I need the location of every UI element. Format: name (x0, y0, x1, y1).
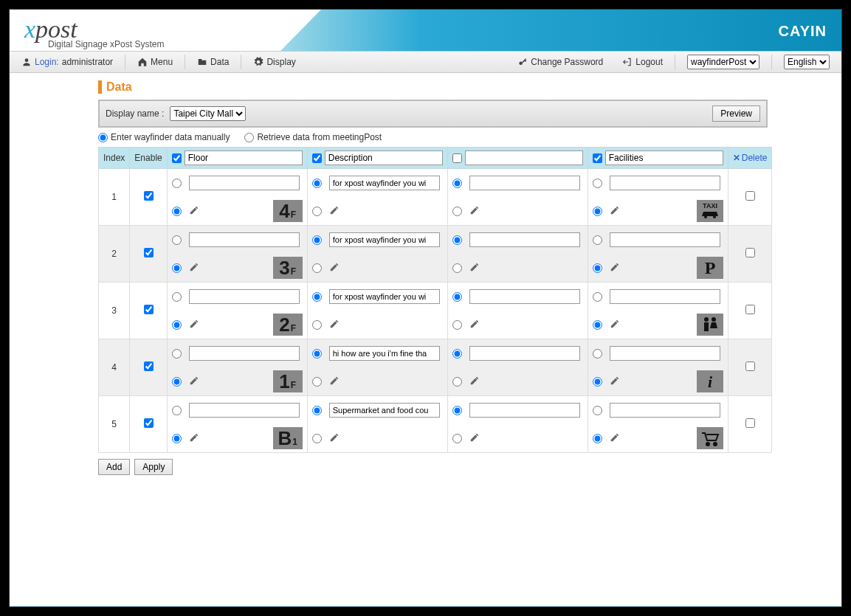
edit-icon[interactable] (329, 432, 340, 445)
image-radio[interactable] (452, 263, 462, 273)
edit-icon[interactable] (610, 376, 620, 388)
text-radio[interactable] (172, 349, 182, 359)
edit-icon[interactable] (329, 376, 340, 388)
facility-text-input[interactable] (610, 346, 720, 361)
image-radio[interactable] (312, 377, 322, 387)
nav-menu[interactable]: Menu (130, 51, 180, 73)
facility-text-input[interactable] (610, 289, 720, 304)
facility-text-input[interactable] (610, 232, 720, 247)
text-radio[interactable] (312, 292, 322, 302)
row-delete-check[interactable] (745, 305, 755, 314)
image-radio[interactable] (312, 320, 322, 330)
desc-text-input[interactable] (329, 289, 440, 304)
facility-text-input[interactable] (610, 403, 720, 418)
logout[interactable]: Logout (615, 51, 670, 73)
row-delete-check[interactable] (745, 248, 755, 257)
edit-icon[interactable] (189, 262, 199, 274)
floor-text-input[interactable] (189, 403, 300, 418)
edit-icon[interactable] (469, 376, 480, 388)
row-enable[interactable] (144, 361, 154, 371)
floor-text-input[interactable] (189, 289, 300, 304)
text-radio[interactable] (593, 406, 602, 415)
text-radio[interactable] (593, 292, 602, 302)
image-radio[interactable] (172, 377, 182, 387)
col3-text-input[interactable] (469, 403, 580, 418)
image-radio[interactable] (312, 207, 322, 216)
image-radio[interactable] (172, 434, 182, 443)
edit-icon[interactable] (469, 432, 480, 445)
text-radio[interactable] (172, 406, 182, 415)
row-enable[interactable] (144, 305, 154, 314)
delete-link[interactable]: ✕Delete (733, 153, 768, 163)
col3-text-input[interactable] (469, 289, 580, 304)
image-radio[interactable] (312, 434, 322, 443)
radio-manual[interactable]: Enter wayfinder data manually (98, 132, 230, 142)
image-radio[interactable] (452, 434, 462, 443)
row-enable[interactable] (144, 248, 154, 257)
col3-text-input[interactable] (469, 346, 580, 361)
module-select[interactable]: wayfinderPost (687, 55, 759, 69)
edit-icon[interactable] (610, 319, 620, 331)
image-radio[interactable] (452, 377, 462, 387)
row-delete-check[interactable] (745, 361, 755, 371)
col2-check[interactable] (312, 153, 322, 163)
row-enable[interactable] (144, 418, 154, 428)
edit-icon[interactable] (610, 262, 620, 274)
change-password[interactable]: Change Password (510, 51, 610, 73)
edit-icon[interactable] (189, 376, 199, 388)
edit-icon[interactable] (610, 205, 620, 218)
edit-icon[interactable] (469, 319, 480, 331)
text-radio[interactable] (593, 179, 602, 188)
text-radio[interactable] (312, 235, 322, 245)
preview-button[interactable]: Preview (712, 105, 760, 122)
text-radio[interactable] (593, 349, 602, 359)
image-radio[interactable] (172, 320, 182, 330)
image-radio[interactable] (452, 207, 462, 216)
text-radio[interactable] (172, 292, 182, 302)
edit-icon[interactable] (329, 319, 340, 331)
col3-text-input[interactable] (469, 176, 580, 190)
text-radio[interactable] (593, 235, 602, 245)
desc-text-input[interactable] (329, 176, 440, 190)
col3-check[interactable] (452, 153, 462, 163)
text-radio[interactable] (452, 235, 462, 245)
text-radio[interactable] (452, 292, 462, 302)
col4-input[interactable] (605, 150, 723, 165)
image-radio[interactable] (593, 263, 602, 273)
desc-text-input[interactable] (329, 403, 440, 418)
floor-text-input[interactable] (189, 232, 300, 247)
text-radio[interactable] (172, 235, 182, 245)
image-radio[interactable] (593, 207, 602, 216)
col1-input[interactable] (185, 150, 303, 165)
edit-icon[interactable] (610, 432, 620, 445)
floor-text-input[interactable] (189, 346, 300, 361)
edit-icon[interactable] (469, 262, 480, 274)
image-radio[interactable] (593, 320, 602, 330)
radio-retrieve[interactable]: Retrieve data from meetingPost (244, 132, 382, 142)
edit-icon[interactable] (329, 205, 340, 218)
row-delete-check[interactable] (745, 418, 755, 428)
text-radio[interactable] (172, 179, 182, 188)
text-radio[interactable] (312, 179, 322, 188)
image-radio[interactable] (172, 263, 182, 273)
col3-input[interactable] (465, 150, 583, 165)
row-enable[interactable] (144, 191, 154, 201)
image-radio[interactable] (452, 320, 462, 330)
row-delete-check[interactable] (745, 191, 755, 201)
col1-check[interactable] (172, 153, 182, 163)
col2-input[interactable] (325, 150, 443, 165)
text-radio[interactable] (452, 179, 462, 188)
desc-text-input[interactable] (329, 232, 440, 247)
apply-button[interactable]: Apply (134, 459, 173, 475)
col3-text-input[interactable] (469, 232, 580, 247)
image-radio[interactable] (172, 207, 182, 216)
add-button[interactable]: Add (98, 459, 130, 475)
edit-icon[interactable] (469, 205, 480, 218)
edit-icon[interactable] (329, 262, 340, 274)
col4-check[interactable] (593, 153, 602, 163)
floor-text-input[interactable] (189, 176, 300, 190)
nav-data[interactable]: Data (190, 51, 236, 73)
facility-text-input[interactable] (610, 176, 720, 190)
display-name-select[interactable]: Taipei City Mall (170, 106, 246, 121)
image-radio[interactable] (593, 434, 602, 443)
